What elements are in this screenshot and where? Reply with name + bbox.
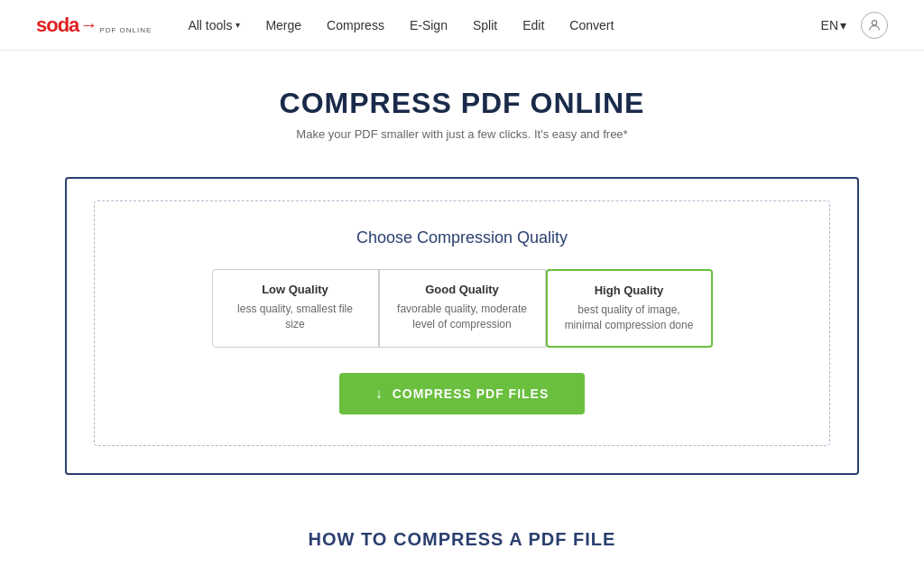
language-selector[interactable]: EN ▾: [821, 18, 846, 33]
quality-options: Low Quality less quality, smallest file …: [122, 269, 802, 348]
main-card: Choose Compression Quality Low Quality l…: [65, 177, 859, 475]
hero-section: COMPRESS PDF ONLINE Make your PDF smalle…: [0, 51, 924, 159]
how-to-title: HOW TO COMPRESS A PDF FILE: [18, 529, 906, 550]
hero-subtitle: Make your PDF smaller with just a few cl…: [18, 127, 906, 141]
compress-button[interactable]: ↓ COMPRESS PDF FILES: [339, 373, 586, 414]
nav-all-tools[interactable]: All tools ▾: [188, 18, 240, 33]
page-title: COMPRESS PDF ONLINE: [18, 87, 906, 120]
quality-high-desc: best quality of image, minimal compressi…: [562, 302, 697, 333]
inner-card: Choose Compression Quality Low Quality l…: [94, 200, 830, 446]
nav-split[interactable]: Split: [473, 18, 497, 33]
quality-good-desc: favorable quality, moderate level of com…: [394, 302, 531, 332]
user-account-button[interactable]: [861, 12, 888, 39]
nav-right: EN ▾: [821, 12, 888, 39]
logo[interactable]: soda→ PDF ONLINE: [36, 14, 152, 37]
all-tools-caret-icon: ▾: [236, 20, 240, 30]
logo-subtitle: PDF ONLINE: [99, 27, 152, 34]
how-to-section: HOW TO COMPRESS A PDF FILE PDF ↑ 1. Choo…: [0, 493, 924, 577]
quality-low-desc: less quality, smallest file size: [227, 302, 364, 332]
nav-edit[interactable]: Edit: [522, 18, 544, 33]
nav-compress[interactable]: Compress: [327, 18, 384, 33]
nav-links: All tools ▾ Merge Compress E-Sign Split …: [188, 18, 820, 33]
nav-convert[interactable]: Convert: [569, 18, 614, 33]
quality-option-good[interactable]: Good Quality favorable quality, moderate…: [379, 269, 546, 348]
quality-high-title: High Quality: [562, 284, 697, 297]
compress-button-label: COMPRESS PDF FILES: [393, 386, 550, 401]
nav-merge[interactable]: Merge: [265, 18, 301, 33]
logo-text: soda: [36, 14, 79, 37]
svg-point-0: [872, 20, 876, 24]
compression-section-title: Choose Compression Quality: [122, 228, 802, 247]
navbar: soda→ PDF ONLINE All tools ▾ Merge Compr…: [0, 0, 924, 51]
quality-option-high[interactable]: High Quality best quality of image, mini…: [546, 269, 713, 348]
quality-low-title: Low Quality: [227, 283, 364, 296]
compress-button-icon: ↓: [375, 386, 383, 402]
quality-good-title: Good Quality: [394, 283, 531, 296]
logo-arrow: →: [79, 14, 97, 35]
quality-option-low[interactable]: Low Quality less quality, smallest file …: [212, 269, 379, 348]
nav-esign[interactable]: E-Sign: [410, 18, 448, 33]
